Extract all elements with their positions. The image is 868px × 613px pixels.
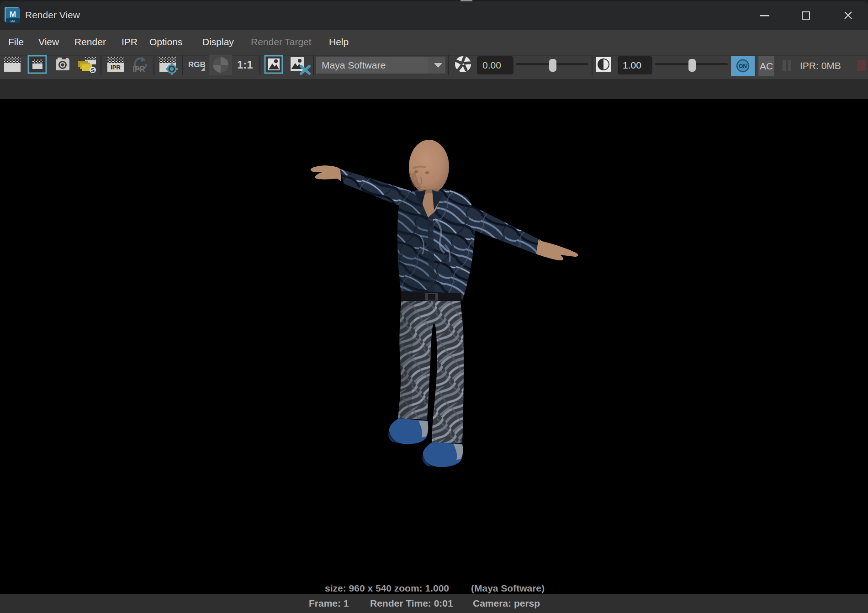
- svg-text:1:1: 1:1: [237, 58, 253, 71]
- svg-text:AC: AC: [760, 61, 773, 71]
- svg-text:IPR: IPR: [133, 65, 145, 73]
- svg-text:S: S: [91, 67, 95, 74]
- svg-text:1.00: 1.00: [623, 60, 641, 70]
- svg-text:Maya Software: Maya Software: [322, 60, 386, 70]
- svg-text:MA: MA: [11, 20, 16, 23]
- svg-text:IPR: IPR: [111, 64, 121, 71]
- svg-text:ON: ON: [739, 63, 747, 69]
- svg-text:IPR: 0MB: IPR: 0MB: [800, 60, 841, 71]
- svg-text:RGB: RGB: [188, 60, 206, 69]
- svg-text:M: M: [10, 10, 16, 19]
- svg-text:0.00: 0.00: [482, 60, 501, 70]
